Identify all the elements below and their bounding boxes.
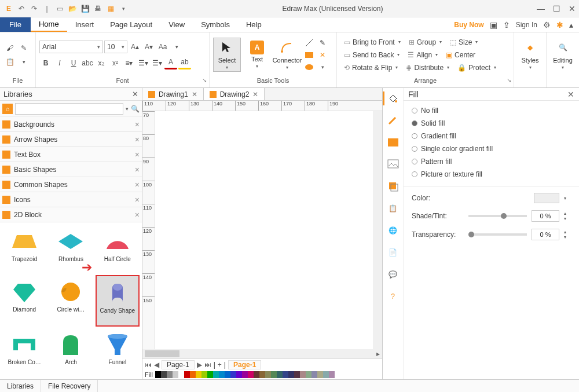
library-category[interactable]: Arrow Shapes× (0, 132, 142, 147)
library-shape-item[interactable]: Arch (49, 328, 93, 377)
color-swatch[interactable] (207, 371, 213, 378)
color-swatch[interactable] (173, 371, 178, 378)
library-shape-item[interactable]: Half Circle (96, 225, 140, 274)
search-icon[interactable]: 🔍 (131, 105, 140, 113)
grow-font-icon[interactable]: A▴ (129, 41, 141, 53)
color-swatch[interactable] (161, 371, 167, 378)
fill-option-radio[interactable]: Picture or texture fill (412, 170, 571, 178)
color-swatch[interactable] (300, 371, 306, 378)
editing-button[interactable]: 🔍Editing▾ (550, 38, 576, 72)
page-tab[interactable]: Page-1 (162, 360, 195, 369)
horizontal-scrollbar[interactable]: ▸ (142, 349, 382, 358)
page-icon[interactable]: 📄 (386, 246, 400, 259)
close-tab-icon[interactable]: ✕ (252, 90, 258, 98)
select-tool[interactable]: Select▾ (213, 38, 241, 72)
strike-icon[interactable]: abc (81, 57, 94, 69)
color-swatch[interactable] (277, 371, 283, 378)
layer-icon[interactable] (386, 179, 400, 193)
highlight-icon[interactable]: ab (178, 57, 191, 69)
bottom-tab-file-recovery[interactable]: File Recovery (41, 380, 98, 392)
menu-insert[interactable]: Insert (67, 17, 102, 32)
paste-icon[interactable]: 📋 (3, 56, 16, 68)
distribute-button[interactable]: ⋕Distribute▾ (402, 61, 453, 74)
font-name-combo[interactable]: Arial▾ (39, 41, 103, 53)
line-spacing-icon[interactable]: ≡▾ (123, 57, 135, 69)
new-icon[interactable]: ▭ (54, 3, 65, 14)
menu-home[interactable]: Home (31, 17, 67, 32)
menu-help[interactable]: Help (238, 17, 270, 32)
help-icon[interactable]: ? (386, 290, 400, 303)
spin-up-icon[interactable]: ▴ (564, 211, 571, 216)
color-swatch[interactable] (259, 371, 265, 378)
comment-icon[interactable]: 💬 (386, 268, 400, 281)
change-case-icon[interactable]: Aa (156, 41, 169, 53)
pencil-shape-icon[interactable]: ✎ (317, 38, 328, 48)
color-swatch[interactable] (219, 371, 225, 378)
doc-tab-drawing1[interactable]: Drawing1✕ (142, 88, 204, 100)
menu-page-layout[interactable]: Page Layout (102, 17, 160, 32)
category-close-icon[interactable]: × (135, 210, 140, 219)
add-page-icon[interactable]: + (218, 361, 222, 369)
color-swatch[interactable] (323, 371, 329, 378)
library-shape-item[interactable]: Circle wi… (49, 275, 93, 327)
color-swatch[interactable] (236, 371, 242, 378)
color-swatch[interactable] (329, 371, 335, 378)
color-swatch[interactable] (167, 371, 173, 378)
cross-shape-icon[interactable]: ✕ (317, 50, 328, 60)
spin-down-icon[interactable]: ▾ (564, 235, 571, 240)
color-swatch[interactable] (317, 371, 323, 378)
share-icon[interactable]: ⇪ (503, 20, 510, 30)
color-swatch[interactable] (306, 371, 312, 378)
send-to-back-button[interactable]: ▭Send to Back▾ (340, 49, 403, 61)
library-shape-item[interactable]: ➔Candy Shape (96, 275, 140, 327)
superscript-icon[interactable]: x² (109, 57, 122, 69)
spin-up-icon[interactable]: ▴ (564, 229, 571, 235)
close-tab-icon[interactable]: ✕ (192, 90, 197, 98)
group-button[interactable]: ⊞Group▾ (405, 36, 445, 49)
subscript-icon[interactable]: x₂ (95, 57, 108, 69)
align-button[interactable]: ☰Align▾ (404, 49, 441, 61)
italic-icon[interactable]: I (53, 57, 66, 69)
color-swatch[interactable] (312, 371, 317, 378)
transparency-value[interactable]: 0 % (532, 229, 559, 240)
library-shape-item[interactable]: Diamond (2, 275, 46, 327)
category-close-icon[interactable]: × (135, 120, 140, 129)
size-button[interactable]: ⬚Size▾ (446, 36, 481, 49)
menu-symbols[interactable]: Symbols (193, 17, 238, 32)
category-close-icon[interactable]: × (135, 180, 140, 189)
category-close-icon[interactable]: × (135, 165, 140, 174)
buy-now-link[interactable]: Buy Now (454, 21, 483, 29)
shadow-icon[interactable] (386, 135, 400, 149)
library-shape-item[interactable]: Funnel (96, 328, 140, 377)
bottom-tab-libraries[interactable]: Libraries (0, 380, 41, 392)
globe-icon[interactable]: 🌐 (386, 224, 400, 237)
open-icon[interactable]: 📂 (67, 3, 78, 14)
app-icon[interactable]: E (3, 3, 14, 14)
fill-option-radio[interactable]: Pattern fill (412, 157, 571, 166)
color-swatch[interactable] (283, 371, 288, 378)
color-dropdown-icon[interactable]: ▾ (564, 196, 571, 201)
library-category[interactable]: 2D Block× (0, 207, 142, 222)
library-shape-item[interactable]: Trapezoid (2, 225, 46, 274)
library-category[interactable]: Common Shapes× (0, 177, 142, 192)
color-swatch[interactable] (271, 371, 277, 378)
more-shapes-icon[interactable]: ▾ (317, 62, 328, 72)
fill-bucket-icon[interactable] (386, 91, 400, 105)
clipboard-icon[interactable]: 📋 (386, 202, 400, 215)
font-launcher-icon[interactable]: ↘ (202, 77, 207, 83)
shrink-font-icon[interactable]: A▾ (142, 41, 155, 53)
page-first-icon[interactable]: ⏮ (145, 361, 152, 369)
vertical-scrollbar[interactable] (373, 111, 382, 349)
color-swatch[interactable] (230, 371, 236, 378)
picture-icon[interactable] (386, 157, 400, 171)
color-swatch[interactable] (254, 371, 259, 378)
page-prev-icon[interactable]: ◀ (154, 361, 159, 369)
close-button[interactable]: ✕ (569, 4, 576, 13)
color-swatch[interactable] (184, 371, 190, 378)
format-painter-icon[interactable]: 🖌 (3, 42, 16, 54)
search-dropdown-icon[interactable]: ▾ (126, 106, 129, 112)
transparency-slider[interactable] (468, 233, 527, 236)
bring-to-front-button[interactable]: ▭Bring to Front▾ (340, 36, 404, 49)
fill-option-radio[interactable]: Single color gradient fill (412, 145, 571, 153)
category-close-icon[interactable]: × (135, 135, 140, 144)
